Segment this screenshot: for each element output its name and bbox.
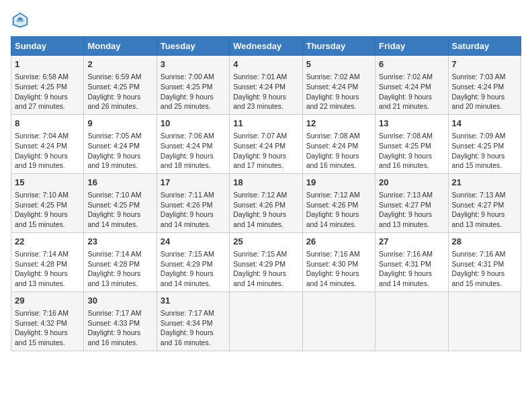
day-info: Sunrise: 7:17 AM [87, 308, 152, 318]
calendar-cell [302, 291, 375, 351]
day-info: Sunset: 4:25 PM [452, 141, 517, 151]
header-cell-saturday: Saturday [448, 37, 521, 56]
header-cell-thursday: Thursday [302, 37, 375, 56]
day-info: Daylight: 9 hours and 19 minutes. [15, 151, 80, 171]
day-info: Sunset: 4:24 PM [87, 141, 152, 151]
calendar-cell: 22Sunrise: 7:14 AMSunset: 4:28 PMDayligh… [11, 232, 84, 291]
day-info: Sunset: 4:26 PM [306, 200, 371, 210]
day-info: Sunset: 4:29 PM [161, 259, 226, 269]
day-number: 8 [15, 118, 80, 130]
day-info: Sunrise: 7:04 AM [15, 131, 80, 141]
day-number: 16 [87, 177, 152, 189]
header [11, 11, 521, 30]
day-info: Sunrise: 7:14 AM [15, 249, 80, 259]
day-number: 4 [233, 58, 298, 71]
day-info: Sunset: 4:32 PM [15, 318, 80, 328]
day-info: Sunrise: 7:15 AM [233, 249, 298, 259]
day-info: Sunrise: 7:02 AM [379, 72, 444, 82]
day-info: Sunset: 4:24 PM [161, 141, 226, 151]
calendar-cell: 9Sunrise: 7:05 AMSunset: 4:24 PMDaylight… [84, 114, 157, 173]
day-info: Sunrise: 7:16 AM [15, 308, 80, 318]
day-number: 18 [233, 177, 298, 189]
day-info: Sunrise: 7:16 AM [379, 249, 444, 259]
day-number: 25 [233, 236, 298, 248]
calendar-cell: 29Sunrise: 7:16 AMSunset: 4:32 PMDayligh… [11, 291, 84, 351]
day-number: 9 [87, 118, 152, 130]
calendar-cell: 30Sunrise: 7:17 AMSunset: 4:33 PMDayligh… [84, 291, 157, 351]
day-info: Sunset: 4:24 PM [233, 141, 298, 151]
day-info: Daylight: 9 hours and 14 minutes. [379, 269, 444, 288]
calendar-cell: 15Sunrise: 7:10 AMSunset: 4:25 PMDayligh… [11, 173, 84, 232]
calendar-cell: 8Sunrise: 7:04 AMSunset: 4:24 PMDaylight… [11, 114, 84, 173]
calendar-cell: 6Sunrise: 7:02 AMSunset: 4:24 PMDaylight… [375, 56, 448, 115]
calendar-cell [448, 291, 521, 351]
day-info: Daylight: 9 hours and 21 minutes. [379, 92, 444, 111]
day-info: Daylight: 9 hours and 26 minutes. [87, 92, 152, 111]
day-info: Daylight: 9 hours and 14 minutes. [161, 210, 226, 229]
day-number: 12 [306, 118, 371, 130]
day-info: Daylight: 9 hours and 13 minutes. [452, 210, 517, 229]
day-info: Sunset: 4:24 PM [233, 82, 298, 92]
day-info: Sunrise: 7:13 AM [379, 190, 444, 200]
day-info: Sunrise: 7:09 AM [452, 131, 517, 141]
day-info: Daylight: 9 hours and 14 minutes. [306, 269, 371, 288]
calendar-cell: 5Sunrise: 7:02 AMSunset: 4:24 PMDaylight… [302, 56, 375, 115]
day-info: Sunset: 4:30 PM [306, 259, 371, 269]
day-info: Sunset: 4:27 PM [379, 200, 444, 210]
day-number: 10 [161, 118, 226, 130]
calendar-cell: 13Sunrise: 7:08 AMSunset: 4:25 PMDayligh… [375, 114, 448, 173]
day-info: Daylight: 9 hours and 13 minutes. [379, 210, 444, 229]
day-number: 14 [452, 118, 517, 130]
day-number: 20 [379, 177, 444, 189]
day-info: Daylight: 9 hours and 14 minutes. [161, 269, 226, 288]
day-number: 15 [15, 177, 80, 189]
day-number: 23 [87, 236, 152, 248]
day-number: 24 [161, 236, 226, 248]
day-info: Sunrise: 7:13 AM [452, 190, 517, 200]
day-info: Daylight: 9 hours and 13 minutes. [15, 269, 80, 288]
calendar-cell: 19Sunrise: 7:12 AMSunset: 4:26 PMDayligh… [302, 173, 375, 232]
week-row-3: 22Sunrise: 7:14 AMSunset: 4:28 PMDayligh… [11, 232, 521, 291]
day-info: Sunset: 4:29 PM [233, 259, 298, 269]
day-info: Sunrise: 7:02 AM [306, 72, 371, 82]
day-number: 19 [306, 177, 371, 189]
day-info: Sunrise: 7:08 AM [379, 131, 444, 141]
header-cell-wednesday: Wednesday [230, 37, 302, 56]
day-info: Daylight: 9 hours and 23 minutes. [233, 92, 298, 111]
calendar-table: SundayMondayTuesdayWednesdayThursdayFrid… [11, 36, 521, 351]
day-info: Sunset: 4:25 PM [15, 82, 80, 92]
day-info: Daylight: 9 hours and 14 minutes. [233, 269, 298, 288]
calendar-cell: 26Sunrise: 7:16 AMSunset: 4:30 PMDayligh… [302, 232, 375, 291]
calendar-cell: 23Sunrise: 7:14 AMSunset: 4:28 PMDayligh… [84, 232, 157, 291]
day-info: Sunrise: 7:10 AM [15, 190, 80, 200]
calendar-cell: 14Sunrise: 7:09 AMSunset: 4:25 PMDayligh… [448, 114, 521, 173]
day-info: Sunrise: 7:16 AM [306, 249, 371, 259]
calendar-cell: 17Sunrise: 7:11 AMSunset: 4:26 PMDayligh… [157, 173, 229, 232]
day-info: Daylight: 9 hours and 14 minutes. [233, 210, 298, 229]
day-number: 22 [15, 236, 80, 248]
day-info: Daylight: 9 hours and 22 minutes. [306, 92, 371, 111]
day-info: Sunset: 4:31 PM [452, 259, 517, 269]
day-info: Sunset: 4:28 PM [87, 259, 152, 269]
day-info: Daylight: 9 hours and 15 minutes. [15, 328, 80, 347]
day-info: Sunrise: 7:03 AM [452, 72, 517, 82]
calendar-cell: 20Sunrise: 7:13 AMSunset: 4:27 PMDayligh… [375, 173, 448, 232]
day-info: Daylight: 9 hours and 27 minutes. [15, 92, 80, 111]
calendar-cell: 4Sunrise: 7:01 AMSunset: 4:24 PMDaylight… [230, 56, 302, 115]
header-row: SundayMondayTuesdayWednesdayThursdayFrid… [11, 37, 521, 56]
day-info: Daylight: 9 hours and 14 minutes. [87, 210, 152, 229]
day-info: Sunrise: 7:07 AM [233, 131, 298, 141]
day-info: Sunrise: 7:06 AM [161, 131, 226, 141]
day-number: 21 [452, 177, 517, 189]
header-cell-tuesday: Tuesday [157, 37, 229, 56]
day-info: Sunset: 4:25 PM [161, 82, 226, 92]
day-number: 30 [87, 295, 152, 307]
day-info: Sunset: 4:27 PM [452, 200, 517, 210]
day-info: Sunset: 4:25 PM [15, 200, 80, 210]
day-number: 17 [161, 177, 226, 189]
day-info: Sunrise: 7:05 AM [87, 131, 152, 141]
day-info: Sunset: 4:28 PM [15, 259, 80, 269]
day-info: Sunset: 4:24 PM [15, 141, 80, 151]
calendar-cell: 2Sunrise: 6:59 AMSunset: 4:25 PMDaylight… [84, 56, 157, 115]
day-info: Sunrise: 7:11 AM [161, 190, 226, 200]
